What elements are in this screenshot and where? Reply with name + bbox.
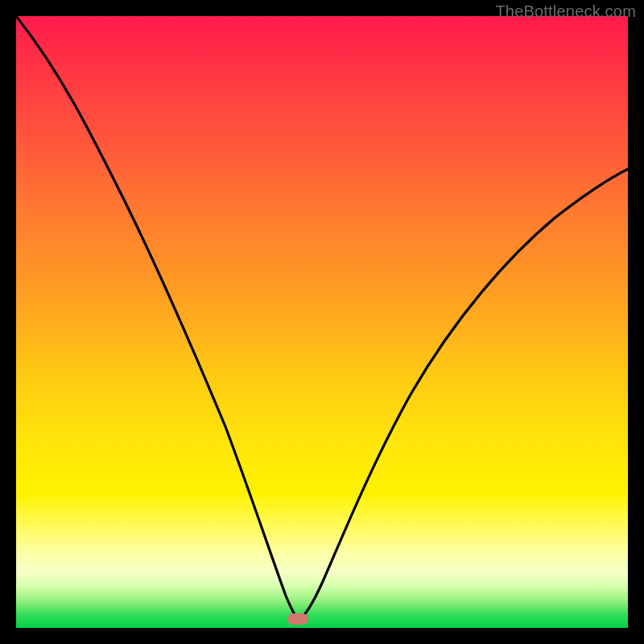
curve-path: [16, 16, 628, 620]
minimum-marker: [287, 613, 308, 625]
bottleneck-curve: [16, 16, 628, 628]
gradient-plot-area: [16, 16, 628, 628]
chart-frame: TheBottleneck.com: [0, 0, 644, 644]
watermark-text: TheBottleneck.com: [495, 2, 636, 21]
